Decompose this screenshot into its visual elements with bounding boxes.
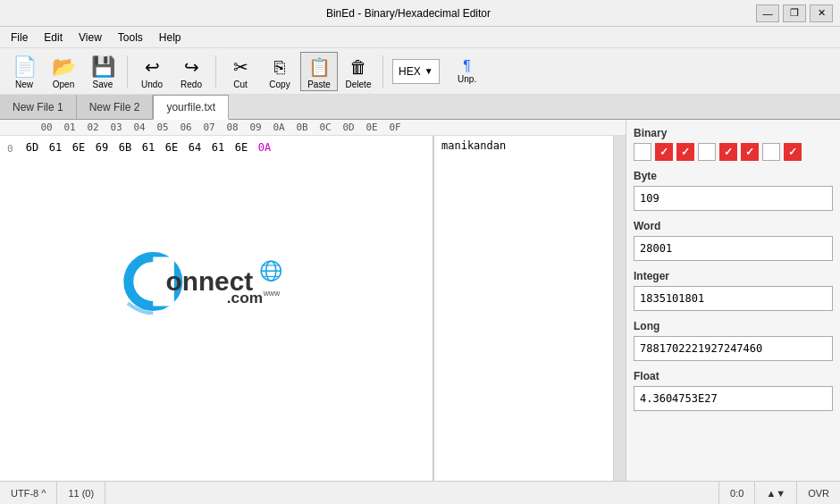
cursor-value: 0:0 [730,488,743,499]
restore-button[interactable]: ❐ [783,4,806,22]
integer-input[interactable] [634,286,833,311]
bit-0[interactable] [634,143,651,161]
bit-7[interactable] [784,143,802,161]
copy-label: Copy [269,80,290,89]
byte-6e[interactable]: 6E [68,141,89,154]
paste-icon: 📋 [308,55,331,80]
delete-icon: 🗑 [349,55,367,80]
save-button[interactable]: 💾 Save [84,52,122,91]
byte-6b[interactable]: 6B [114,141,136,154]
hex-dropdown[interactable]: HEX ▼ [392,59,440,84]
col-02: 02 [82,122,104,133]
unp-icon: ¶ [463,58,471,74]
status-mode: OVR [797,482,840,504]
tab-yourfile[interactable]: yourfile.txt [153,95,229,120]
hex-lower-area: 0 6D 61 6E 69 6B 61 6E 64 61 6E 0 [0,136,626,481]
byte-64[interactable]: 64 [184,141,206,154]
paste-button[interactable]: 📋 Paste [300,52,338,91]
row-bytes-0: 6D 61 6E 69 6B 61 6E 64 61 6E 0A [21,141,275,154]
tab-newfile1-label: New File 1 [13,101,63,113]
undo-icon: ↩ [145,55,160,80]
hex-column-headers: 00 01 02 03 04 05 06 07 08 09 0A 0B 0C 0… [0,120,626,136]
menu-edit[interactable]: Edit [37,29,70,46]
bit-3[interactable] [698,143,716,161]
byte-6e-1[interactable]: 6E [161,141,182,154]
new-button[interactable]: 📄 New [5,52,43,91]
float-input[interactable] [634,386,833,411]
word-input[interactable] [634,236,833,261]
close-button[interactable]: ✕ [810,4,833,22]
byte-61-2[interactable]: 61 [207,141,229,154]
addr-spacer [20,122,34,133]
unp-button[interactable]: ¶ Unp. [449,58,486,84]
byte-6e-2[interactable]: 6E [231,141,252,154]
status-position: 11 (0) [57,482,105,504]
byte-6d[interactable]: 6D [21,141,43,154]
new-icon: 📄 [13,55,37,80]
app-title: BinEd - Binary/Hexadecimal Editor [61,7,756,20]
tab-newfile2-label: New File 2 [89,101,140,113]
col-04: 04 [129,122,150,133]
long-input[interactable] [634,336,833,361]
redo-button[interactable]: ↪ Redo [172,52,210,91]
menu-help[interactable]: Help [152,29,189,46]
float-section: Float [634,370,833,411]
byte-section: Byte [634,170,833,211]
bit-2[interactable] [676,143,694,161]
byte-69[interactable]: 69 [91,141,113,154]
status-encoding: UTF-8 ^ [0,482,57,504]
col-0c: 0C [315,122,336,133]
col-0d: 0D [338,122,359,133]
svg-text:.com: .com [227,289,263,307]
byte-61-0[interactable]: 61 [45,141,66,154]
bit-6[interactable] [762,143,780,161]
cut-button[interactable]: ✂ Cut [222,52,259,91]
long-label: Long [634,320,833,332]
col-00: 00 [36,122,57,133]
bit-5[interactable] [741,143,759,161]
binary-section: Binary [634,127,833,161]
delete-label: Delete [346,80,372,89]
tab-newfile2[interactable]: New File 2 [77,95,154,119]
scroll-down-icon[interactable]: ▼ [776,488,785,499]
menu-tools[interactable]: Tools [111,29,150,46]
byte-61-1[interactable]: 61 [138,141,159,154]
menu-file[interactable]: File [4,29,35,46]
binary-label: Binary [634,127,833,139]
open-icon: 📂 [52,55,76,80]
minimize-button[interactable]: — [756,4,779,22]
hex-data-pane[interactable]: 0 6D 61 6E 69 6B 61 6E 64 61 6E 0 [0,136,433,481]
bit-1[interactable] [655,143,673,161]
delete-button[interactable]: 🗑 Delete [340,52,377,91]
float-label: Float [634,370,833,382]
main-content: 00 01 02 03 04 05 06 07 08 09 0A 0B 0C 0… [0,120,840,481]
redo-label: Redo [181,80,202,89]
byte-0a[interactable]: 0A [254,141,275,154]
status-cursor: 0:0 [719,482,755,504]
vertical-scrollbar[interactable] [613,136,626,481]
text-content-0: manikandan [441,139,506,152]
status-scroll-arrows: ▲ ▼ [755,482,797,504]
tab-newfile1[interactable]: New File 1 [0,95,77,119]
byte-input[interactable] [634,186,833,211]
word-label: Word [634,220,833,232]
hex-dropdown-arrow: ▼ [424,66,433,76]
text-pane[interactable]: manikandan [434,136,613,481]
save-icon: 💾 [91,55,115,80]
svg-text:www: www [263,290,281,298]
copy-button[interactable]: ⎘ Copy [261,52,298,91]
window-controls: — ❐ ✕ [756,4,833,22]
tab-yourfile-label: yourfile.txt [166,101,215,113]
hex-text-split: 0 6D 61 6E 69 6B 61 6E 64 61 6E 0 [0,136,626,481]
menu-view[interactable]: View [71,29,109,46]
status-bar: UTF-8 ^ 11 (0) 0:0 ▲ ▼ OVR [0,481,840,504]
word-section: Word [634,220,833,261]
undo-button[interactable]: ↩ Undo [133,52,171,91]
toolbar-separator-3 [382,55,383,88]
paste-label: Paste [307,80,331,89]
open-button[interactable]: 📂 Open [45,52,82,91]
new-label: New [15,80,33,89]
bit-4[interactable] [719,143,737,161]
scroll-up-icon[interactable]: ▲ [766,488,776,499]
tab-bar: New File 1 New File 2 yourfile.txt [0,95,840,120]
